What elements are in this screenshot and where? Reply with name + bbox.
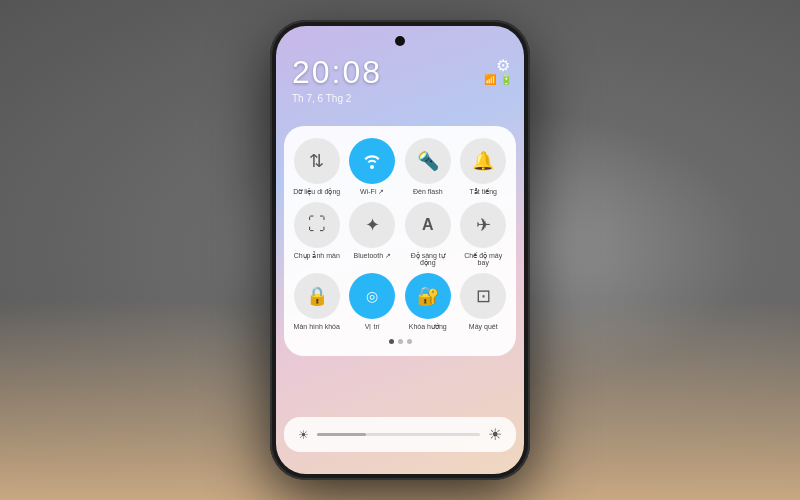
dot-1: [389, 339, 394, 344]
page-indicators: [292, 339, 508, 344]
date-display: Th 7, 6 Thg 2: [292, 93, 508, 104]
scanner-button[interactable]: ⊡: [460, 273, 506, 319]
location-button[interactable]: ◎: [349, 273, 395, 319]
dot-2: [398, 339, 403, 344]
silent-label: Tắt tiếng: [470, 188, 497, 196]
brightness-auto-button[interactable]: A: [405, 202, 451, 248]
brightness-fill: [317, 433, 366, 436]
time-display: 20:08: [292, 54, 508, 91]
scanner-label: Máy quét: [469, 323, 498, 331]
controls-grid: ⇅ Dữ liệu di động Wi-Fi ↗ 🔦 Đèn fl: [292, 138, 508, 331]
control-screenshot[interactable]: ⛶ Chụp ảnh màn: [292, 202, 342, 267]
screenshot-label: Chụp ảnh màn: [294, 252, 340, 260]
signal-icon: 📶: [484, 74, 496, 85]
control-lock-horizontal[interactable]: 🔐 Khóa hướng: [403, 273, 453, 331]
control-lock-screen[interactable]: 🔒 Màn hình khóa: [292, 273, 342, 331]
flashlight-button[interactable]: 🔦: [405, 138, 451, 184]
control-silent[interactable]: 🔔 Tắt tiếng: [459, 138, 509, 196]
brightness-high-icon: ☀: [488, 425, 502, 444]
control-wifi[interactable]: Wi-Fi ↗: [348, 138, 398, 196]
battery-icon: 🔋: [500, 74, 512, 85]
flashlight-label: Đèn flash: [413, 188, 443, 196]
bluetooth-label: Bluetooth ↗: [353, 252, 391, 260]
brightness-row: ☀ ☀: [284, 417, 516, 452]
control-location[interactable]: ◎ Vị trí: [348, 273, 398, 331]
phone-frame: 20:08 Th 7, 6 Thg 2 ⚙ 📶 🔋 ⇅ Dữ liệu di đ…: [270, 20, 530, 480]
mobile-data-label: Dữ liệu di động: [293, 188, 340, 196]
control-airplane[interactable]: ✈ Chế độ máy bay: [459, 202, 509, 267]
control-brightness-auto[interactable]: A Độ sáng tự động: [403, 202, 453, 267]
brightness-low-icon: ☀: [298, 428, 309, 442]
brightness-slider[interactable]: [317, 433, 480, 436]
bluetooth-button[interactable]: ✦: [349, 202, 395, 248]
wifi-button[interactable]: [349, 138, 395, 184]
brightness-auto-label: Độ sáng tự động: [403, 252, 453, 267]
phone-wrapper: 20:08 Th 7, 6 Thg 2 ⚙ 📶 🔋 ⇅ Dữ liệu di đ…: [270, 20, 530, 480]
airplane-button[interactable]: ✈: [460, 202, 506, 248]
dot-3: [407, 339, 412, 344]
battery-area: 📶 🔋: [484, 74, 512, 85]
control-flashlight[interactable]: 🔦 Đèn flash: [403, 138, 453, 196]
lock-screen-label: Màn hình khóa: [294, 323, 340, 331]
control-scanner[interactable]: ⊡ Máy quét: [459, 273, 509, 331]
control-mobile-data[interactable]: ⇅ Dữ liệu di động: [292, 138, 342, 196]
location-label: Vị trí: [365, 323, 380, 331]
control-panel: ⇅ Dữ liệu di động Wi-Fi ↗ 🔦 Đèn fl: [284, 126, 516, 356]
settings-icon[interactable]: ⚙: [496, 56, 510, 75]
lock-horizontal-button[interactable]: 🔐: [405, 273, 451, 319]
screenshot-button[interactable]: ⛶: [294, 202, 340, 248]
wifi-label: Wi-Fi ↗: [360, 188, 384, 196]
silent-button[interactable]: 🔔: [460, 138, 506, 184]
camera-hole: [395, 36, 405, 46]
mobile-data-button[interactable]: ⇅: [294, 138, 340, 184]
lock-horizontal-label: Khóa hướng: [409, 323, 447, 331]
phone-screen: 20:08 Th 7, 6 Thg 2 ⚙ 📶 🔋 ⇅ Dữ liệu di đ…: [276, 26, 524, 474]
lock-screen-button[interactable]: 🔒: [294, 273, 340, 319]
control-bluetooth[interactable]: ✦ Bluetooth ↗: [348, 202, 398, 267]
airplane-label: Chế độ máy bay: [459, 252, 509, 267]
